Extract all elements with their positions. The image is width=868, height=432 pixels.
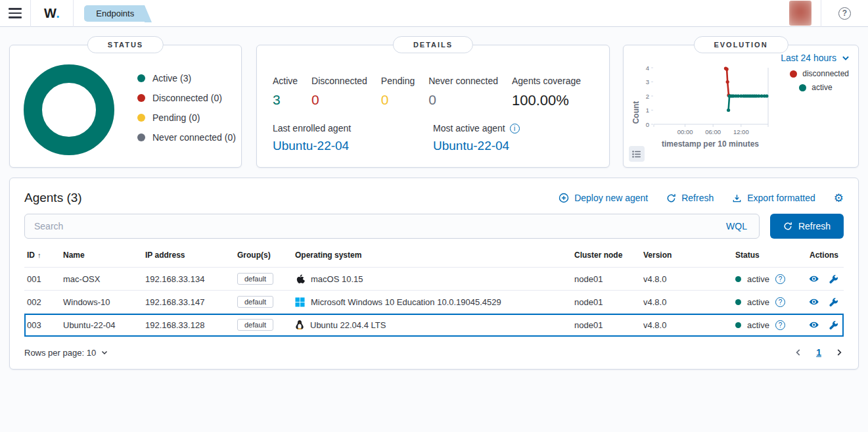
column-header-name[interactable]: Name xyxy=(60,244,143,268)
agent-name[interactable]: Ubuntu-22-04 xyxy=(60,314,143,337)
legend-toggle-icon[interactable] xyxy=(629,146,645,162)
wazuh-logo[interactable]: W. xyxy=(31,6,73,21)
legend-dot-icon xyxy=(790,70,797,78)
question-circle-icon[interactable]: ? xyxy=(775,320,785,330)
question-circle-icon[interactable]: ? xyxy=(775,274,785,284)
column-header-ip-address[interactable]: IP address xyxy=(143,244,235,268)
status-dot-icon xyxy=(735,276,741,282)
status-dot-icon xyxy=(735,299,741,305)
breadcrumb-endpoints[interactable]: Endpoints xyxy=(84,5,145,22)
refresh-icon xyxy=(666,193,676,203)
avatar[interactable] xyxy=(789,1,811,26)
refresh-icon xyxy=(783,222,792,231)
evolution-panel-title: EVOLUTION xyxy=(693,36,788,53)
stat-pending: Pending 0 xyxy=(381,76,428,109)
agent-cluster-node: node01 xyxy=(572,268,641,291)
group-chip[interactable]: default xyxy=(237,296,273,308)
agent-row-001[interactable]: 001 mac-OSX 192.168.33.134 default macOS… xyxy=(24,268,844,291)
search-bar: WQL xyxy=(24,214,760,239)
wrench-icon[interactable] xyxy=(829,274,838,284)
rows-per-page-selector[interactable]: Rows per page: 10 xyxy=(24,348,108,358)
agent-version: v4.8.0 xyxy=(641,291,733,314)
details-stats: Active 3 Disconnected 0 Pending 0 Never … xyxy=(273,76,595,109)
topbar: W. Endpoints ? xyxy=(0,0,868,27)
table-header-row: ID↑NameIP addressGroup(s)Operating syste… xyxy=(24,244,844,268)
status-legend: Active (3) Disconnected (0) Pending (0) … xyxy=(137,73,236,143)
column-header-status[interactable]: Status xyxy=(733,244,806,268)
status-legend-item[interactable]: Disconnected (0) xyxy=(137,93,236,103)
wql-button[interactable]: WQL xyxy=(722,221,751,231)
endpoints-page: W. Endpoints ? STATUS Active (3) Disconn… xyxy=(0,0,868,432)
evolution-panel: EVOLUTION Last 24 hours disconnected act… xyxy=(623,45,859,168)
stat-agents-coverage: Agents coverage 100.00% xyxy=(512,76,595,109)
chevron-down-icon xyxy=(841,53,850,62)
refresh-button[interactable]: Refresh xyxy=(770,214,844,239)
help-icon[interactable]: ? xyxy=(838,7,851,20)
time-range-selector[interactable]: Last 24 hours xyxy=(781,53,850,63)
menu-icon[interactable] xyxy=(0,0,30,27)
table-body: 001 mac-OSX 192.168.33.134 default macOS… xyxy=(24,268,844,337)
column-header-id[interactable]: ID↑ xyxy=(24,244,60,268)
group-chip[interactable]: default xyxy=(237,319,273,331)
stat-active: Active 3 xyxy=(273,76,311,109)
page-number[interactable]: 1 xyxy=(816,347,821,358)
evolution-chart-svg[interactable]: 0123400:0006:0012:00 xyxy=(635,64,775,139)
details-panel: DETAILS Active 3 Disconnected 0 Pending … xyxy=(256,45,610,168)
eye-icon[interactable] xyxy=(809,320,819,330)
agent-ip: 192.168.33.128 xyxy=(143,314,235,337)
evolution-legend-item[interactable]: disconnected xyxy=(790,69,849,78)
column-header-cluster-node[interactable]: Cluster node xyxy=(572,244,641,268)
column-header-group-s-[interactable]: Group(s) xyxy=(235,244,292,268)
agent-name[interactable]: mac-OSX xyxy=(60,268,143,291)
column-header-actions[interactable]: Actions xyxy=(806,244,844,268)
agent-version: v4.8.0 xyxy=(641,314,733,337)
group-chip[interactable]: default xyxy=(237,273,273,285)
last-enrolled-link[interactable]: Ubuntu-22-04 xyxy=(273,139,433,153)
eye-icon[interactable] xyxy=(809,297,819,307)
status-legend-item[interactable]: Pending (0) xyxy=(137,112,236,123)
wrench-icon[interactable] xyxy=(829,320,838,330)
wrench-icon[interactable] xyxy=(829,297,838,307)
most-active-agent: Most active agenti Ubuntu-22-04 xyxy=(433,123,593,153)
agent-name[interactable]: Windows-10 xyxy=(60,291,143,314)
info-icon[interactable]: i xyxy=(510,124,520,133)
column-header-operating-system[interactable]: Operating system xyxy=(292,244,572,268)
column-header-version[interactable]: Version xyxy=(641,244,733,268)
chevron-left-icon[interactable] xyxy=(794,348,803,357)
evolution-legend: disconnected active xyxy=(790,69,849,92)
stat-never-connected: Never connected 0 xyxy=(428,76,512,109)
refresh-link[interactable]: Refresh xyxy=(666,193,714,203)
plus-circle-icon xyxy=(559,193,569,203)
legend-label: Never connected (0) xyxy=(152,132,236,143)
status-donut-chart[interactable] xyxy=(24,64,114,155)
deploy-new-agent-button[interactable]: Deploy new agent xyxy=(559,193,648,203)
agents-title: Agents (3) xyxy=(24,191,82,205)
most-active-link[interactable]: Ubuntu-22-04 xyxy=(433,139,593,153)
chevron-right-icon[interactable] xyxy=(834,348,844,357)
gear-icon[interactable]: ⚙ xyxy=(834,191,844,205)
evolution-legend-item[interactable]: active xyxy=(799,83,832,92)
agent-row-003[interactable]: 003 Ubuntu-22-04 192.168.33.128 default … xyxy=(24,314,844,337)
search-input[interactable] xyxy=(33,220,722,232)
agents-panel: Agents (3) Deploy new agent Refresh Expo… xyxy=(9,178,859,370)
export-formatted-button[interactable]: Export formatted xyxy=(732,193,815,203)
status-badge: active xyxy=(747,320,769,330)
linux-icon xyxy=(295,320,304,330)
status-legend-item[interactable]: Never connected (0) xyxy=(137,132,236,143)
divider xyxy=(73,0,74,27)
status-legend-item[interactable]: Active (3) xyxy=(137,73,236,84)
question-circle-icon[interactable]: ? xyxy=(775,297,785,307)
x-axis-label: timestamp per 10 minutes xyxy=(652,139,768,149)
legend-label: Pending (0) xyxy=(152,112,200,123)
stat-disconnected: Disconnected 0 xyxy=(311,76,381,109)
status-badge: active xyxy=(747,274,769,284)
agent-row-002[interactable]: 002 Windows-10 192.168.33.147 default Mi… xyxy=(24,291,844,314)
agent-id: 003 xyxy=(24,314,60,337)
eye-icon[interactable] xyxy=(809,274,819,284)
legend-label: Disconnected (0) xyxy=(152,93,222,103)
download-icon xyxy=(732,193,742,203)
legend-dot-icon xyxy=(137,114,145,122)
svg-text:0: 0 xyxy=(646,121,649,128)
legend-label: Active (3) xyxy=(152,73,191,84)
sort-asc-icon: ↑ xyxy=(37,251,41,259)
